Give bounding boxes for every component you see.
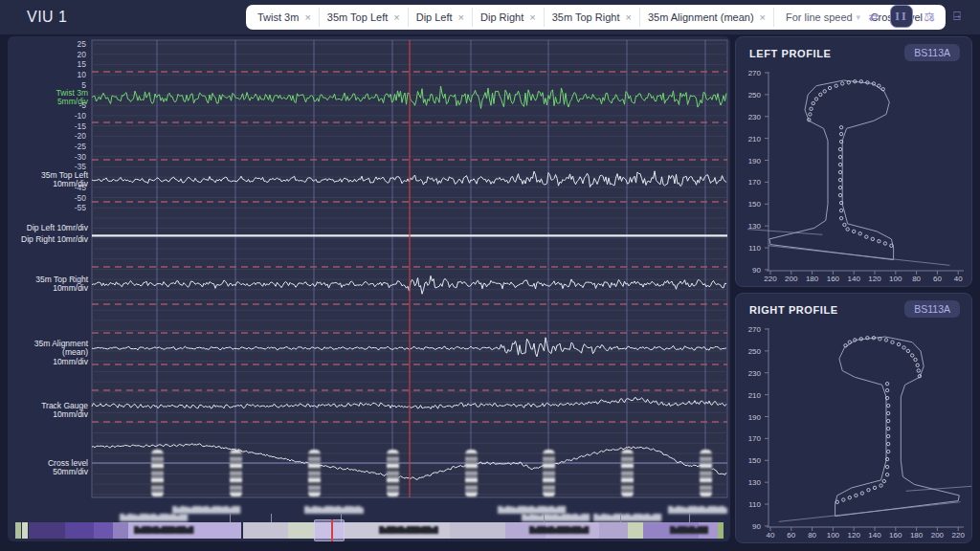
profile-x-tick-label: 40 xyxy=(759,531,782,540)
route-segment[interactable] xyxy=(243,522,288,539)
profile-x-tick-label: 40 xyxy=(947,275,969,283)
settings-icon[interactable]: ⚙ xyxy=(973,5,980,28)
route-segment[interactable] xyxy=(94,522,113,539)
y-axis-tick-label: -20 xyxy=(10,132,86,140)
y-axis-tick-label: -15 xyxy=(10,122,86,130)
profile-y-tick-label: 250 xyxy=(740,347,761,356)
filter-chip[interactable]: 35m Top Right× xyxy=(545,8,640,27)
trace-label: Cross level50mm/div xyxy=(8,459,88,477)
profile-x-tick-label: 100 xyxy=(821,531,844,540)
redacted-location-label: █▆█▇▆██▇█▆██▇█▆█ xyxy=(668,506,727,514)
chip-close-icon[interactable]: × xyxy=(393,11,399,23)
y-axis-tick-label: -25 xyxy=(10,143,86,150)
trace-label: 35m Alignment (mean)10mm/div xyxy=(8,340,88,367)
profile-y-tick-label: 270 xyxy=(740,69,761,77)
chainage-marker xyxy=(543,450,555,497)
chip-close-icon[interactable]: × xyxy=(760,11,766,23)
left-rail-profile-chart xyxy=(736,68,971,286)
profile-x-tick-label: 80 xyxy=(801,531,824,540)
route-segment[interactable] xyxy=(22,522,28,539)
redacted-strip-text: █▆██▇█▆███ xyxy=(670,526,708,535)
y-axis-tick-label: -55 xyxy=(10,204,86,211)
right-profile-standard-badge[interactable]: BS113A xyxy=(904,300,960,318)
filter-chip[interactable]: Dip Left× xyxy=(409,8,473,27)
top-bar: VIU 1 Twist 3m×35m Top Left×Dip Left×Dip… xyxy=(0,0,980,34)
y-axis-tick-label: -10 xyxy=(10,112,86,120)
trace-label: Twist 3m5mm/div xyxy=(8,89,88,107)
profile-x-tick-label: 160 xyxy=(884,531,907,540)
rail-profile-view-icon[interactable]: ΙΙ xyxy=(890,5,913,28)
profile-y-tick-label: 150 xyxy=(740,456,761,465)
toolbar: ⇄ΙΙ⚖⍈⚙ xyxy=(862,5,980,28)
filter-chip[interactable]: Twist 3m× xyxy=(250,8,320,27)
chainage-marker xyxy=(387,450,399,497)
chevron-down-icon: ▾ xyxy=(856,12,860,22)
profile-y-tick-label: 90 xyxy=(740,266,761,275)
label-leader-line xyxy=(544,514,545,522)
track-geometry-chart[interactable] xyxy=(8,36,730,515)
filter-chip[interactable]: 35m Top Left× xyxy=(320,8,409,27)
balance-icon[interactable]: ⚖ xyxy=(918,5,941,28)
chip-close-icon[interactable]: × xyxy=(304,11,310,23)
export-icon[interactable]: ⍈ xyxy=(946,5,969,28)
profile-y-tick-label: 190 xyxy=(740,157,761,165)
label-leader-line xyxy=(689,514,690,522)
redacted-strip-text: █▆██▇█▆███▇██▆█ xyxy=(134,526,225,535)
route-segment[interactable] xyxy=(288,522,314,539)
redacted-strip-text: █▆██▇█▆███▇██▆█ xyxy=(529,526,613,535)
right-profile-title: RIGHT PROFILE xyxy=(749,304,838,316)
route-segment[interactable] xyxy=(718,522,724,539)
profile-y-tick-label: 250 xyxy=(740,91,761,99)
profile-x-tick-label: 200 xyxy=(925,531,948,540)
chip-close-icon[interactable]: × xyxy=(529,11,535,23)
left-profile-panel: LEFT PROFILE BS113A 27025023021019017015… xyxy=(735,36,972,287)
chainage-marker xyxy=(700,450,712,497)
profile-y-tick-label: 150 xyxy=(740,200,761,209)
profile-y-tick-label: 130 xyxy=(740,478,761,487)
profile-x-tick-label: 180 xyxy=(905,531,928,540)
line-speed-select[interactable]: For line speed ▾ xyxy=(778,5,868,30)
profile-x-tick-label: 140 xyxy=(842,275,865,283)
left-profile-standard-badge[interactable]: BS113A xyxy=(904,44,960,61)
chip-close-icon[interactable]: × xyxy=(458,11,464,23)
profile-x-tick-label: 220 xyxy=(759,275,782,283)
label-leader-line xyxy=(271,514,272,522)
compare-arrows-icon[interactable]: ⇄ xyxy=(862,5,885,28)
route-segment[interactable] xyxy=(450,522,505,539)
route-segment[interactable] xyxy=(113,522,128,539)
filter-chip[interactable]: Dip Right× xyxy=(473,8,545,27)
strip-selection-window[interactable] xyxy=(314,519,345,541)
trace-label: 35m Top Right10mm/div xyxy=(8,276,88,294)
profile-y-tick-label: 130 xyxy=(740,222,761,231)
right-profile-panel: RIGHT PROFILE BS113A 2702502302101901701… xyxy=(735,293,972,543)
profile-y-tick-label: 170 xyxy=(740,434,761,443)
profile-x-tick-label: 160 xyxy=(821,275,844,283)
route-segment[interactable] xyxy=(65,522,94,539)
chip-close-icon[interactable]: × xyxy=(625,11,631,23)
redacted-location-label: █▆█▇▆██▇█▆██▇█▆█ xyxy=(304,506,364,514)
main-chart-panel: 252015105-5-10-15-20-25-30-35-45-50-55Tw… xyxy=(8,36,730,541)
profile-y-tick-label: 230 xyxy=(740,369,761,378)
y-axis-tick-label: 25 xyxy=(10,40,86,48)
filter-chip[interactable]: 35m Alignment (mean)× xyxy=(640,8,774,27)
chainage-marker xyxy=(621,450,634,497)
profile-x-tick-label: 200 xyxy=(780,275,803,283)
label-leader-line xyxy=(230,514,231,522)
profile-x-tick-label: 120 xyxy=(842,531,865,540)
route-segment[interactable] xyxy=(29,522,65,539)
redacted-strip-text: █▆██▇█▆███▇██▆█ xyxy=(379,526,438,535)
left-profile-title: LEFT PROFILE xyxy=(749,48,831,59)
profile-y-tick-label: 230 xyxy=(740,113,761,121)
route-segment[interactable] xyxy=(15,522,21,539)
right-rail-profile-chart xyxy=(736,324,971,542)
profile-x-tick-label: 100 xyxy=(884,275,907,283)
chainage-marker xyxy=(308,450,321,497)
profile-y-tick-label: 210 xyxy=(740,135,761,143)
strip-cursor xyxy=(331,519,333,541)
redacted-location-label: █▆█▇▆██▇█▆██▇█▆██ xyxy=(172,506,292,514)
profile-x-tick-label: 120 xyxy=(863,275,886,283)
trace-label: Track Gauge10mm/div xyxy=(8,402,88,420)
route-segment[interactable] xyxy=(628,522,643,539)
profile-y-tick-label: 270 xyxy=(740,325,761,334)
y-axis-tick-label: -30 xyxy=(10,153,86,161)
